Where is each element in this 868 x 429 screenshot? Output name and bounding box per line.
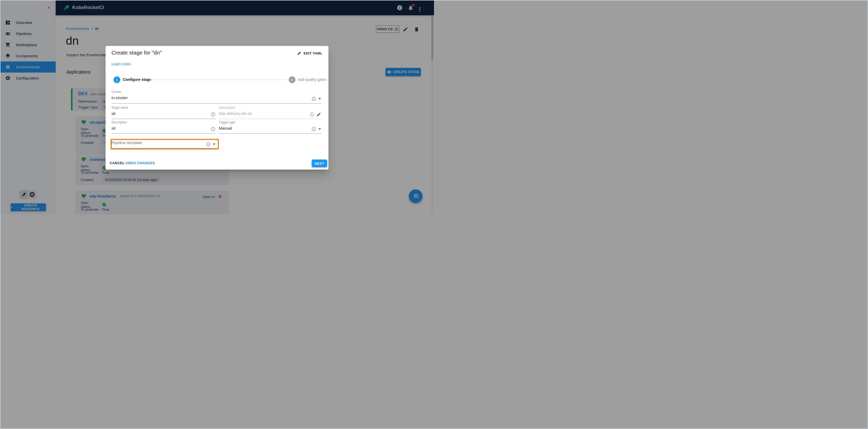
description-input[interactable] — [112, 126, 194, 131]
pipeline-template-input[interactable] — [112, 141, 184, 145]
info-icon[interactable] — [311, 127, 316, 131]
trigger-type-value: Manual — [219, 126, 301, 131]
edit-yaml-button[interactable]: EDIT YAML — [297, 51, 322, 55]
learn-more-link[interactable]: Learn more. — [112, 62, 132, 66]
trigger-type-select[interactable]: Trigger type Manual — [219, 121, 321, 134]
namespace-field: Namespace edp-delivery-dn-sit — [219, 106, 321, 119]
info-icon[interactable] — [310, 112, 314, 117]
chevron-down-icon — [318, 128, 321, 130]
info-icon[interactable] — [311, 96, 316, 101]
description-field[interactable]: Description — [112, 121, 215, 134]
step-1-label: Configure stage — [123, 78, 151, 82]
namespace-value: edp-delivery-dn-sit — [219, 111, 301, 116]
cancel-button[interactable]: CANCEL — [110, 161, 125, 165]
step-1-circle: 1 — [114, 76, 120, 83]
cluster-select[interactable]: Cluster in-cluster — [112, 90, 321, 103]
chevron-down-icon — [318, 98, 321, 100]
info-icon[interactable] — [211, 112, 215, 117]
step-2-label: Add quality gates — [298, 78, 327, 82]
stepper: 1 Configure stage 2 Add quality gates — [105, 76, 329, 83]
step-2-circle: 2 — [289, 76, 296, 83]
cluster-value: in-cluster — [112, 95, 279, 100]
step-connector — [150, 80, 287, 80]
stage-name-input[interactable] — [112, 111, 194, 116]
edit-pencil-icon[interactable] — [317, 112, 321, 117]
next-button[interactable]: NEXT — [312, 159, 327, 167]
modal-title: Create stage for "dn" — [112, 50, 162, 56]
info-icon[interactable] — [211, 127, 215, 131]
pencil-icon — [297, 51, 301, 55]
info-icon[interactable] — [206, 142, 211, 147]
create-stage-modal: Create stage for "dn" EDIT YAML Learn mo… — [105, 46, 329, 170]
chevron-down-icon — [213, 144, 215, 145]
pipeline-template-select[interactable] — [112, 141, 215, 148]
stage-name-field[interactable]: Stage name — [112, 106, 215, 119]
undo-changes-button[interactable]: UNDO CHANGES — [125, 161, 155, 165]
